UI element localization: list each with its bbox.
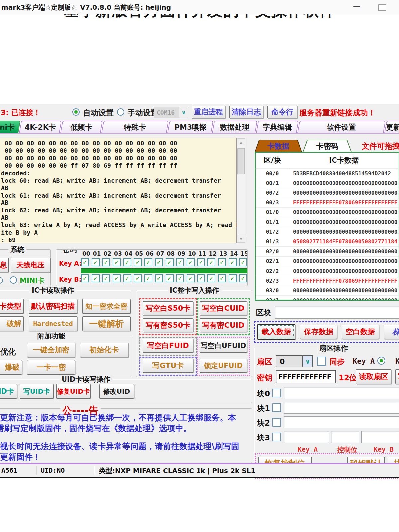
write-gtu-button[interactable]: 写GTU卡 — [143, 359, 193, 373]
com-port-select[interactable]: COM16 ∨ — [154, 107, 188, 118]
key-checkbox[interactable]: ✓ — [134, 274, 142, 282]
table-row[interactable]: 00/2 00000000000000000000000000000000 — [256, 188, 399, 198]
hardnested-button[interactable]: Hardnested — [29, 316, 77, 331]
antenna-voltage-button[interactable]: 天线电压 — [11, 258, 50, 272]
table-row[interactable]: 03/0 00000000000000000000000000000000 — [256, 286, 399, 295]
key-checkbox[interactable]: ✓ — [92, 258, 100, 266]
block0-input[interactable] — [284, 387, 399, 399]
fix-uid-button[interactable]: 修复UID卡 — [56, 384, 91, 399]
block3-checkbox[interactable] — [272, 433, 281, 441]
key-checkbox[interactable]: ✓ — [102, 274, 110, 282]
key-checkbox[interactable]: ✓ — [239, 274, 247, 282]
key-checkbox[interactable]: ✓ — [229, 274, 237, 282]
write-uid-button[interactable]: 写UID卡 — [20, 384, 54, 399]
block2-input[interactable] — [284, 416, 399, 428]
chevron-down-icon[interactable]: ∨ — [179, 107, 188, 118]
sector-select[interactable]: 0 ∨ — [276, 355, 313, 367]
key-checkbox[interactable]: ✓ — [239, 258, 247, 266]
main-tab[interactable]: 4K-2K卡 — [19, 121, 62, 134]
key-checkbox[interactable]: ✓ — [187, 258, 195, 266]
key-checkbox[interactable]: ✓ — [207, 274, 215, 282]
write-blank-fuid-button[interactable]: 写空白FUID — [143, 339, 193, 353]
one-key-parse-button[interactable]: 一键解析 — [82, 316, 131, 331]
scrollbar-thumb[interactable] — [237, 148, 245, 174]
key-checkbox[interactable]: ✓ — [197, 258, 205, 266]
key-checkbox[interactable]: ✓ — [102, 258, 110, 266]
elevator-control-button[interactable]: 梯控 — [384, 325, 399, 339]
card-data-table[interactable]: 区/块 IC卡数据 00/0 5D3BEBCD40880400488514594… — [255, 152, 399, 301]
table-row[interactable]: 01/0 00000000000000000000000000000000 — [256, 207, 399, 217]
read-sector-button[interactable]: 读取扇区 — [356, 369, 391, 384]
log-console[interactable]: 00 00 00 00 00 00 00 00 00 00 00 00 00 0… — [0, 138, 237, 243]
key-checkbox[interactable]: ✓ — [81, 274, 89, 282]
block1-checkbox[interactable] — [272, 403, 281, 412]
table-row[interactable]: 01/3 050802771184FF078069050802771184 — [256, 237, 399, 246]
radio-partial[interactable] — [0, 277, 3, 284]
key-checkbox[interactable]: ✓ — [113, 274, 121, 282]
block2-checkbox[interactable] — [272, 418, 281, 427]
main-tab[interactable]: 更新 — [384, 121, 399, 134]
main-tab[interactable]: 特殊卡 — [101, 121, 169, 134]
init-card-button[interactable]: 初始化卡 — [80, 343, 128, 357]
block3-access-input[interactable] — [331, 431, 359, 443]
read-uid-button[interactable]: ID卡 — [0, 384, 17, 399]
table-row[interactable]: 00/1 00000000000000000000000000000000 — [256, 178, 399, 188]
block3-keyb-input[interactable] — [361, 431, 399, 443]
load-data-button[interactable]: 载入数据 — [257, 324, 295, 340]
maximize-icon[interactable] — [378, 4, 386, 11]
table-row[interactable]: 01/2 00000000000000000000000000000000 — [256, 227, 399, 236]
device-info-button[interactable]: 息 — [0, 258, 9, 272]
key-checkbox[interactable]: ✓ — [81, 258, 89, 266]
main-tab[interactable]: 低频卡 — [60, 121, 103, 134]
key-checkbox[interactable]: ✓ — [113, 258, 121, 266]
mini-card-label[interactable]: MINI卡 — [20, 276, 45, 285]
one-card-one-key-button[interactable]: 一卡一密 — [27, 360, 75, 375]
key-a-radio[interactable] — [377, 357, 385, 365]
key-checkbox[interactable]: ✓ — [218, 258, 226, 266]
key-checkbox[interactable]: ✓ — [218, 274, 226, 282]
key-checkbox[interactable]: ✓ — [187, 274, 195, 282]
command-line-button[interactable]: 命令行 — [267, 106, 297, 118]
key-checkbox[interactable]: ✓ — [176, 258, 184, 266]
key-a-option-label[interactable]: Key A — [353, 357, 375, 365]
main-tab[interactable]: 数据处理 — [212, 121, 258, 134]
auto-setting-label[interactable]: 自动设置 — [83, 108, 114, 118]
table-row[interactable]: 00/3 FFFFFFFFFFFFFF078069FFFFFFFFFFFF — [256, 198, 399, 207]
chevron-down-icon[interactable]: ∨ — [302, 356, 312, 367]
mini-card-radio[interactable] — [10, 276, 17, 284]
scroll-down-icon[interactable]: ▼ — [237, 235, 245, 243]
main-tab[interactable]: ni卡 — [0, 121, 20, 134]
write-blank-s50-button[interactable]: 写空白S50卡 — [143, 301, 193, 315]
tab-card-password[interactable]: 卡密码 — [303, 140, 352, 152]
key-checkbox[interactable]: ✓ — [197, 274, 205, 282]
key-checkbox[interactable]: ✓ — [144, 258, 152, 266]
restart-process-button[interactable]: 重启进程 — [192, 106, 225, 118]
table-row[interactable]: 02/2 00000000000000000000000000000000 — [256, 266, 399, 276]
table-row[interactable]: 02/3 FFFFFFFFFFFFFF078069FFFFFFFFFFFF — [256, 276, 399, 285]
key-checkbox[interactable]: ✓ — [134, 258, 142, 266]
key-checkbox[interactable]: ✓ — [229, 258, 237, 266]
key-checkbox[interactable]: ✓ — [144, 274, 152, 282]
default-key-scan-button[interactable]: 默认密码扫描 — [29, 299, 77, 314]
log-scrollbar[interactable]: ▲ ▼ — [237, 138, 245, 243]
lock-ufuid-button[interactable]: 锁定UFUID — [200, 359, 247, 373]
card-type-button[interactable]: 卡类型 — [0, 299, 24, 314]
key-checkbox[interactable]: ✓ — [92, 274, 100, 282]
known-key-button[interactable]: 知一密求全密 — [82, 299, 131, 314]
key-checkbox[interactable]: ✓ — [123, 258, 131, 266]
clear-log-button[interactable]: 清除日志 — [229, 106, 263, 118]
main-tab[interactable]: PM3嗅探 — [167, 121, 214, 134]
write-keyed-cuid-button[interactable]: 写有密CUID — [200, 318, 247, 332]
table-row[interactable]: 02/1 00000000000000000000000000000000 — [256, 256, 399, 266]
key-checkbox[interactable]: ✓ — [207, 258, 215, 266]
brute-force-button[interactable]: 爆破 — [0, 360, 22, 375]
block3-keya-input[interactable] — [284, 431, 329, 443]
key-checkbox[interactable]: ✓ — [176, 274, 184, 282]
blank-data-button[interactable]: 空白数据 — [342, 325, 379, 339]
key-checkbox[interactable]: ✓ — [166, 274, 174, 282]
modify-uid-button[interactable]: 修改UID — [99, 384, 134, 399]
write-blank-ufuid-button[interactable]: 写空白UFUID — [200, 339, 247, 353]
table-row[interactable]: 00/0 5D3BEBCD40880400488514594D2042 — [256, 168, 399, 178]
tab-card-data[interactable]: 卡数据 — [255, 140, 302, 152]
auto-setting-radio[interactable] — [72, 108, 80, 116]
